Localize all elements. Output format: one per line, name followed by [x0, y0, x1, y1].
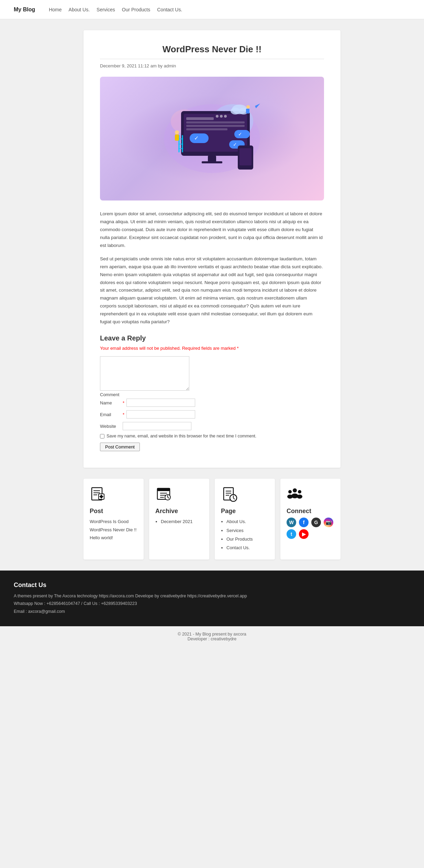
- svg-rect-13: [202, 161, 222, 163]
- page-item-0: About Us.: [226, 518, 269, 525]
- post-widget-content: WordPress Is Good WordPress Never Die !!…: [90, 518, 137, 542]
- archive-widget-content: December 2021: [155, 518, 203, 525]
- reply-title: Leave a Reply: [100, 334, 324, 342]
- svg-rect-8: [186, 128, 227, 130]
- name-field-row: Name *: [100, 399, 324, 407]
- nav-products[interactable]: Our Products: [122, 7, 150, 12]
- svg-point-64: [298, 490, 301, 493]
- connect-widget: Connect W f G 📷 t ▶: [280, 479, 341, 560]
- connect-widget-content: W f G 📷 t ▶: [287, 518, 334, 539]
- post-comment-button[interactable]: Post Comment: [100, 443, 140, 451]
- page-widget-title: Page: [221, 508, 269, 515]
- email-input[interactable]: [126, 410, 195, 419]
- contact-footer: Contact Us A themes present by The Axcor…: [0, 571, 424, 627]
- svg-rect-22: [178, 139, 183, 139]
- comment-field-group: Comment: [100, 356, 324, 397]
- article-paragraph-1: Lorem ipsum dolor sit amet, consectetur …: [100, 210, 324, 250]
- svg-rect-24: [178, 148, 183, 149]
- page-item-3: Contact Us.: [226, 544, 269, 552]
- svg-text:✓: ✓: [194, 135, 199, 141]
- svg-point-10: [220, 115, 223, 118]
- social-youtube-icon[interactable]: ▶: [299, 529, 309, 539]
- page-item-2: Our Products: [226, 535, 269, 543]
- nav-about[interactable]: About Us.: [69, 7, 90, 12]
- svg-point-25: [175, 130, 179, 134]
- bottom-developer: Developer : creativebydre: [5, 637, 419, 641]
- article-title: WordPress Never Die !!: [100, 44, 324, 55]
- svg-point-62: [288, 490, 292, 493]
- social-icons-row1: W f G 📷: [287, 518, 334, 527]
- svg-rect-5: [186, 117, 214, 120]
- connect-widget-icon: [287, 486, 334, 504]
- article-meta: December 9, 2021 11:12 am by admin: [100, 63, 324, 68]
- contact-line3: Email : axcora@gmail.com: [14, 608, 410, 616]
- svg-rect-23: [178, 144, 183, 144]
- svg-point-65: [297, 495, 302, 499]
- nav-services[interactable]: Services: [97, 7, 115, 12]
- svg-rect-7: [186, 125, 245, 127]
- social-twitter-icon[interactable]: t: [287, 529, 296, 539]
- social-facebook-icon[interactable]: f: [299, 518, 309, 527]
- article-divider: [100, 59, 324, 59]
- website-label: Website: [100, 424, 121, 429]
- post-widget: Post WordPress Is Good WordPress Never D…: [83, 479, 144, 560]
- website-input[interactable]: [123, 422, 191, 430]
- svg-rect-14: [190, 133, 209, 143]
- name-required: *: [123, 400, 124, 405]
- save-info-checkbox[interactable]: [100, 434, 104, 438]
- reply-note: Your email address will not be published…: [100, 346, 324, 351]
- bottom-text: © 2021 - My Blog present by axcora: [5, 632, 419, 637]
- archive-widget-title: Archive: [155, 508, 203, 515]
- navbar: My Blog Home About Us. Services Our Prod…: [0, 0, 424, 19]
- svg-rect-46: [157, 488, 170, 491]
- article-image: ✓ ✓ ✓: [100, 77, 324, 200]
- contact-line1: A themes present by The Axcora technolog…: [14, 592, 410, 600]
- bottom-bar: © 2021 - My Blog present by axcora Devel…: [0, 626, 424, 647]
- svg-text:✓: ✓: [238, 131, 242, 137]
- contact-line2: Whatsapp Now : +6285646104747 / Call Us …: [14, 600, 410, 608]
- website-field-row: Website: [100, 422, 324, 430]
- social-instagram-icon[interactable]: 📷: [324, 518, 333, 527]
- email-required: *: [123, 412, 124, 417]
- svg-rect-26: [175, 134, 179, 141]
- social-github-icon[interactable]: G: [311, 518, 321, 527]
- svg-point-63: [287, 495, 293, 499]
- nav-menu: Home About Us. Services Our Products Con…: [49, 7, 182, 12]
- archive-item-0: December 2021: [161, 518, 203, 525]
- nav-contact[interactable]: Contact Us.: [157, 7, 182, 12]
- name-input[interactable]: [126, 399, 195, 407]
- page-widget: Page About Us. Services Our Products Con…: [215, 479, 275, 560]
- comment-textarea[interactable]: [100, 356, 189, 391]
- archive-widget-icon: [155, 486, 203, 504]
- contact-title: Contact Us: [14, 582, 410, 589]
- widgets-section: Post WordPress Is Good WordPress Never D…: [78, 479, 346, 560]
- nav-brand[interactable]: My Blog: [14, 7, 35, 13]
- svg-marker-36: [255, 104, 260, 108]
- svg-point-9: [216, 115, 219, 118]
- svg-text:✓: ✓: [233, 142, 237, 147]
- svg-rect-35: [246, 109, 249, 113]
- main-content: WordPress Never Die !! December 9, 2021 …: [78, 30, 346, 468]
- email-field-row: Email *: [100, 410, 324, 419]
- social-icons-row2: t ▶: [287, 529, 334, 539]
- name-label: Name: [100, 400, 121, 405]
- svg-rect-6: [186, 121, 245, 123]
- comment-label: Comment: [100, 392, 324, 397]
- connect-widget-title: Connect: [287, 508, 334, 515]
- page-widget-icon: [221, 486, 269, 504]
- article-card: WordPress Never Die !! December 9, 2021 …: [83, 30, 341, 468]
- save-info-row: Save my name, email, and website in this…: [100, 434, 324, 438]
- svg-point-34: [246, 105, 250, 109]
- svg-rect-30: [239, 148, 252, 165]
- article-paragraph-2: Sed ut perspiciatis unde omnis iste natu…: [100, 255, 324, 326]
- save-info-label: Save my name, email, and website in this…: [107, 434, 256, 438]
- email-label: Email: [100, 412, 121, 417]
- post-widget-title: Post: [90, 508, 137, 515]
- article-illustration: ✓ ✓ ✓: [100, 77, 324, 200]
- article-body: Lorem ipsum dolor sit amet, consectetur …: [100, 210, 324, 326]
- nav-home[interactable]: Home: [49, 7, 62, 12]
- page-item-1: Services: [226, 527, 269, 534]
- page-widget-content: About Us. Services Our Products Contact …: [221, 518, 269, 552]
- svg-point-32: [231, 108, 240, 115]
- social-wordpress-icon[interactable]: W: [287, 518, 296, 527]
